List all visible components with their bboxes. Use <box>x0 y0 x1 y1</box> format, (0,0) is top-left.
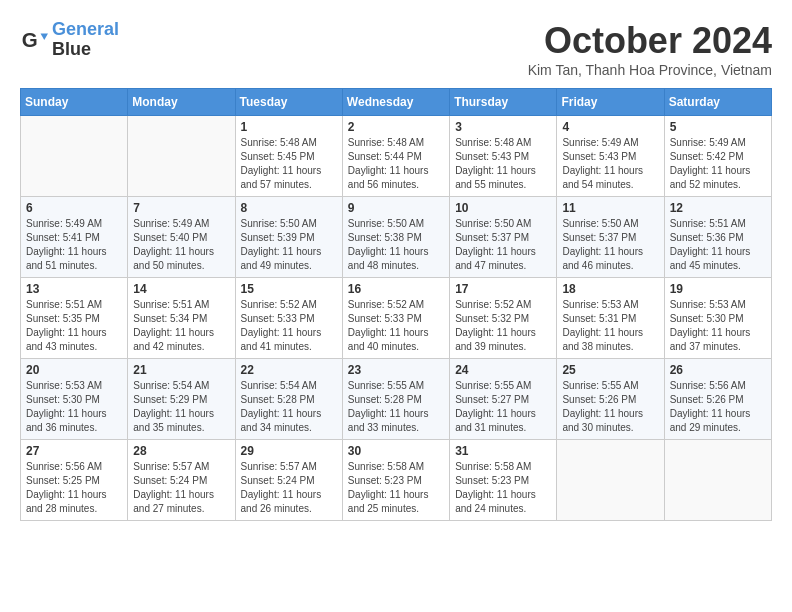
day-number: 28 <box>133 444 229 458</box>
day-number: 1 <box>241 120 337 134</box>
day-info: Sunrise: 5:48 AMSunset: 5:44 PMDaylight:… <box>348 136 444 192</box>
day-number: 9 <box>348 201 444 215</box>
day-info: Sunrise: 5:52 AMSunset: 5:32 PMDaylight:… <box>455 298 551 354</box>
day-info: Sunrise: 5:50 AMSunset: 5:39 PMDaylight:… <box>241 217 337 273</box>
day-number: 26 <box>670 363 766 377</box>
day-info: Sunrise: 5:57 AMSunset: 5:24 PMDaylight:… <box>133 460 229 516</box>
calendar-cell <box>557 440 664 521</box>
day-info: Sunrise: 5:56 AMSunset: 5:25 PMDaylight:… <box>26 460 122 516</box>
calendar-cell: 16Sunrise: 5:52 AMSunset: 5:33 PMDayligh… <box>342 278 449 359</box>
logo-text: General Blue <box>52 20 119 60</box>
day-info: Sunrise: 5:55 AMSunset: 5:27 PMDaylight:… <box>455 379 551 435</box>
calendar-cell: 12Sunrise: 5:51 AMSunset: 5:36 PMDayligh… <box>664 197 771 278</box>
day-info: Sunrise: 5:55 AMSunset: 5:28 PMDaylight:… <box>348 379 444 435</box>
day-number: 2 <box>348 120 444 134</box>
location-title: Kim Tan, Thanh Hoa Province, Vietnam <box>528 62 772 78</box>
calendar-cell: 22Sunrise: 5:54 AMSunset: 5:28 PMDayligh… <box>235 359 342 440</box>
day-number: 5 <box>670 120 766 134</box>
calendar-cell: 6Sunrise: 5:49 AMSunset: 5:41 PMDaylight… <box>21 197 128 278</box>
calendar-cell: 4Sunrise: 5:49 AMSunset: 5:43 PMDaylight… <box>557 116 664 197</box>
calendar-cell: 14Sunrise: 5:51 AMSunset: 5:34 PMDayligh… <box>128 278 235 359</box>
calendar-cell: 19Sunrise: 5:53 AMSunset: 5:30 PMDayligh… <box>664 278 771 359</box>
calendar-cell: 17Sunrise: 5:52 AMSunset: 5:32 PMDayligh… <box>450 278 557 359</box>
day-number: 25 <box>562 363 658 377</box>
calendar-cell: 29Sunrise: 5:57 AMSunset: 5:24 PMDayligh… <box>235 440 342 521</box>
calendar-cell: 3Sunrise: 5:48 AMSunset: 5:43 PMDaylight… <box>450 116 557 197</box>
weekday-header: Saturday <box>664 89 771 116</box>
logo: G General Blue <box>20 20 119 60</box>
weekday-header: Wednesday <box>342 89 449 116</box>
day-info: Sunrise: 5:58 AMSunset: 5:23 PMDaylight:… <box>455 460 551 516</box>
calendar-cell: 11Sunrise: 5:50 AMSunset: 5:37 PMDayligh… <box>557 197 664 278</box>
calendar-cell: 25Sunrise: 5:55 AMSunset: 5:26 PMDayligh… <box>557 359 664 440</box>
day-info: Sunrise: 5:50 AMSunset: 5:38 PMDaylight:… <box>348 217 444 273</box>
month-title: October 2024 <box>528 20 772 62</box>
title-section: October 2024 Kim Tan, Thanh Hoa Province… <box>528 20 772 78</box>
day-number: 8 <box>241 201 337 215</box>
day-info: Sunrise: 5:50 AMSunset: 5:37 PMDaylight:… <box>562 217 658 273</box>
day-number: 6 <box>26 201 122 215</box>
day-number: 11 <box>562 201 658 215</box>
day-info: Sunrise: 5:58 AMSunset: 5:23 PMDaylight:… <box>348 460 444 516</box>
day-info: Sunrise: 5:55 AMSunset: 5:26 PMDaylight:… <box>562 379 658 435</box>
day-number: 10 <box>455 201 551 215</box>
calendar-cell: 24Sunrise: 5:55 AMSunset: 5:27 PMDayligh… <box>450 359 557 440</box>
day-number: 31 <box>455 444 551 458</box>
day-info: Sunrise: 5:49 AMSunset: 5:40 PMDaylight:… <box>133 217 229 273</box>
day-info: Sunrise: 5:57 AMSunset: 5:24 PMDaylight:… <box>241 460 337 516</box>
day-number: 29 <box>241 444 337 458</box>
day-number: 22 <box>241 363 337 377</box>
day-number: 13 <box>26 282 122 296</box>
day-number: 18 <box>562 282 658 296</box>
day-info: Sunrise: 5:54 AMSunset: 5:29 PMDaylight:… <box>133 379 229 435</box>
day-info: Sunrise: 5:51 AMSunset: 5:34 PMDaylight:… <box>133 298 229 354</box>
weekday-header: Sunday <box>21 89 128 116</box>
calendar-cell: 1Sunrise: 5:48 AMSunset: 5:45 PMDaylight… <box>235 116 342 197</box>
calendar-cell: 23Sunrise: 5:55 AMSunset: 5:28 PMDayligh… <box>342 359 449 440</box>
day-info: Sunrise: 5:56 AMSunset: 5:26 PMDaylight:… <box>670 379 766 435</box>
day-info: Sunrise: 5:51 AMSunset: 5:35 PMDaylight:… <box>26 298 122 354</box>
calendar-cell: 27Sunrise: 5:56 AMSunset: 5:25 PMDayligh… <box>21 440 128 521</box>
calendar-cell: 5Sunrise: 5:49 AMSunset: 5:42 PMDaylight… <box>664 116 771 197</box>
calendar-cell: 18Sunrise: 5:53 AMSunset: 5:31 PMDayligh… <box>557 278 664 359</box>
day-number: 20 <box>26 363 122 377</box>
calendar-week-row: 6Sunrise: 5:49 AMSunset: 5:41 PMDaylight… <box>21 197 772 278</box>
day-number: 27 <box>26 444 122 458</box>
day-number: 17 <box>455 282 551 296</box>
day-info: Sunrise: 5:53 AMSunset: 5:30 PMDaylight:… <box>26 379 122 435</box>
day-info: Sunrise: 5:52 AMSunset: 5:33 PMDaylight:… <box>348 298 444 354</box>
calendar-cell: 7Sunrise: 5:49 AMSunset: 5:40 PMDaylight… <box>128 197 235 278</box>
day-info: Sunrise: 5:53 AMSunset: 5:30 PMDaylight:… <box>670 298 766 354</box>
svg-text:G: G <box>22 27 38 50</box>
day-info: Sunrise: 5:50 AMSunset: 5:37 PMDaylight:… <box>455 217 551 273</box>
calendar-cell <box>664 440 771 521</box>
calendar-week-row: 20Sunrise: 5:53 AMSunset: 5:30 PMDayligh… <box>21 359 772 440</box>
weekday-header: Thursday <box>450 89 557 116</box>
day-info: Sunrise: 5:49 AMSunset: 5:41 PMDaylight:… <box>26 217 122 273</box>
weekday-header: Monday <box>128 89 235 116</box>
day-number: 30 <box>348 444 444 458</box>
day-number: 21 <box>133 363 229 377</box>
calendar-cell <box>21 116 128 197</box>
day-number: 4 <box>562 120 658 134</box>
svg-marker-1 <box>41 33 48 40</box>
weekday-header: Tuesday <box>235 89 342 116</box>
calendar-cell <box>128 116 235 197</box>
day-number: 12 <box>670 201 766 215</box>
day-info: Sunrise: 5:54 AMSunset: 5:28 PMDaylight:… <box>241 379 337 435</box>
day-number: 14 <box>133 282 229 296</box>
day-number: 15 <box>241 282 337 296</box>
calendar-header-row: SundayMondayTuesdayWednesdayThursdayFrid… <box>21 89 772 116</box>
day-info: Sunrise: 5:48 AMSunset: 5:43 PMDaylight:… <box>455 136 551 192</box>
calendar-cell: 28Sunrise: 5:57 AMSunset: 5:24 PMDayligh… <box>128 440 235 521</box>
day-number: 16 <box>348 282 444 296</box>
day-number: 7 <box>133 201 229 215</box>
calendar-table: SundayMondayTuesdayWednesdayThursdayFrid… <box>20 88 772 521</box>
day-info: Sunrise: 5:51 AMSunset: 5:36 PMDaylight:… <box>670 217 766 273</box>
calendar-cell: 13Sunrise: 5:51 AMSunset: 5:35 PMDayligh… <box>21 278 128 359</box>
calendar-week-row: 1Sunrise: 5:48 AMSunset: 5:45 PMDaylight… <box>21 116 772 197</box>
calendar-cell: 10Sunrise: 5:50 AMSunset: 5:37 PMDayligh… <box>450 197 557 278</box>
calendar-cell: 21Sunrise: 5:54 AMSunset: 5:29 PMDayligh… <box>128 359 235 440</box>
day-number: 3 <box>455 120 551 134</box>
day-number: 24 <box>455 363 551 377</box>
